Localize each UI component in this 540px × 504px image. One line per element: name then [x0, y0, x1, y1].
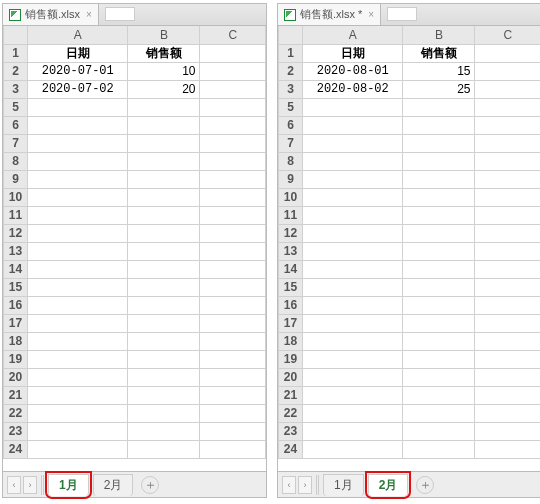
row-header[interactable]: 1	[4, 44, 28, 62]
cell[interactable]	[403, 206, 475, 224]
row-header[interactable]: 16	[4, 296, 28, 314]
cell[interactable]	[28, 332, 128, 350]
cell[interactable]	[128, 152, 200, 170]
cell[interactable]	[303, 404, 403, 422]
row-header[interactable]: 19	[279, 350, 303, 368]
grid-area[interactable]: ABC1日期销售额22020-08-011532020-08-022556789…	[278, 26, 540, 471]
file-tab[interactable]: 销售额.xlsx ×	[3, 4, 99, 25]
column-header[interactable]: A	[303, 26, 403, 44]
cell[interactable]	[475, 116, 540, 134]
cell[interactable]	[403, 242, 475, 260]
sheet-nav-prev[interactable]: ‹	[282, 476, 296, 494]
cell[interactable]	[303, 314, 403, 332]
cell[interactable]	[200, 152, 266, 170]
file-tab[interactable]: 销售额.xlsx * ×	[278, 4, 381, 25]
cell[interactable]	[128, 170, 200, 188]
row-header[interactable]: 22	[279, 404, 303, 422]
cell[interactable]	[303, 116, 403, 134]
cell[interactable]	[303, 242, 403, 260]
cell[interactable]	[475, 314, 540, 332]
row-header[interactable]: 24	[4, 440, 28, 458]
cell[interactable]	[128, 422, 200, 440]
cell[interactable]	[200, 224, 266, 242]
sheet-nav-prev[interactable]: ‹	[7, 476, 21, 494]
row-header[interactable]: 13	[279, 242, 303, 260]
column-header[interactable]: A	[28, 26, 128, 44]
cell[interactable]	[128, 296, 200, 314]
cell[interactable]: 日期	[28, 44, 128, 62]
cell[interactable]	[128, 134, 200, 152]
cell[interactable]	[200, 386, 266, 404]
cell[interactable]	[303, 296, 403, 314]
cell[interactable]	[475, 350, 540, 368]
cell[interactable]	[28, 152, 128, 170]
cell[interactable]	[403, 278, 475, 296]
sheet-nav-next[interactable]: ›	[23, 476, 37, 494]
cell[interactable]	[200, 80, 266, 98]
cell[interactable]	[303, 188, 403, 206]
cell[interactable]	[303, 98, 403, 116]
cell[interactable]	[200, 314, 266, 332]
column-header[interactable]: B	[403, 26, 475, 44]
close-icon[interactable]: ×	[86, 9, 92, 20]
row-header[interactable]: 7	[279, 134, 303, 152]
cell[interactable]	[200, 440, 266, 458]
cell[interactable]	[303, 440, 403, 458]
cell[interactable]	[475, 44, 540, 62]
row-header[interactable]: 11	[279, 206, 303, 224]
cell[interactable]	[128, 242, 200, 260]
cell[interactable]	[128, 314, 200, 332]
sheet-tab[interactable]: 2月	[368, 474, 409, 496]
row-header[interactable]: 22	[4, 404, 28, 422]
cell[interactable]	[403, 350, 475, 368]
cell[interactable]	[200, 62, 266, 80]
new-tab-button[interactable]	[105, 7, 135, 21]
cell[interactable]	[403, 422, 475, 440]
cell[interactable]	[200, 134, 266, 152]
cell[interactable]	[475, 260, 540, 278]
cell[interactable]	[28, 314, 128, 332]
cell[interactable]	[403, 188, 475, 206]
cell[interactable]	[200, 332, 266, 350]
cell[interactable]	[128, 332, 200, 350]
cell[interactable]	[475, 386, 540, 404]
cell[interactable]	[28, 98, 128, 116]
grid[interactable]: ABC1日期销售额22020-08-011532020-08-022556789…	[278, 26, 540, 459]
cell[interactable]	[303, 350, 403, 368]
row-header[interactable]: 10	[4, 188, 28, 206]
cell[interactable]	[200, 368, 266, 386]
cell[interactable]	[28, 188, 128, 206]
cell[interactable]	[475, 80, 540, 98]
row-header[interactable]: 6	[4, 116, 28, 134]
cell[interactable]	[475, 332, 540, 350]
cell[interactable]	[475, 98, 540, 116]
cell[interactable]	[475, 278, 540, 296]
cell[interactable]	[128, 260, 200, 278]
row-header[interactable]: 12	[4, 224, 28, 242]
cell[interactable]	[128, 224, 200, 242]
cell[interactable]: 销售额	[128, 44, 200, 62]
sheet-tab[interactable]: 1月	[323, 474, 364, 496]
cell[interactable]	[28, 350, 128, 368]
cell[interactable]	[475, 62, 540, 80]
grid[interactable]: ABC1日期销售额22020-07-011032020-07-022056789…	[3, 26, 266, 459]
cell[interactable]	[28, 440, 128, 458]
cell[interactable]	[475, 188, 540, 206]
cell[interactable]	[128, 368, 200, 386]
cell[interactable]	[28, 368, 128, 386]
cell[interactable]	[475, 368, 540, 386]
cell[interactable]: 日期	[303, 44, 403, 62]
cell[interactable]	[200, 170, 266, 188]
cell[interactable]	[475, 296, 540, 314]
cell[interactable]	[128, 116, 200, 134]
cell[interactable]	[128, 188, 200, 206]
cell[interactable]	[200, 116, 266, 134]
cell[interactable]	[475, 152, 540, 170]
row-header[interactable]: 2	[4, 62, 28, 80]
row-header[interactable]: 14	[279, 260, 303, 278]
row-header[interactable]: 9	[279, 170, 303, 188]
column-header[interactable]: C	[200, 26, 266, 44]
row-header[interactable]: 8	[279, 152, 303, 170]
cell[interactable]: 2020-07-01	[28, 62, 128, 80]
cell[interactable]	[303, 278, 403, 296]
